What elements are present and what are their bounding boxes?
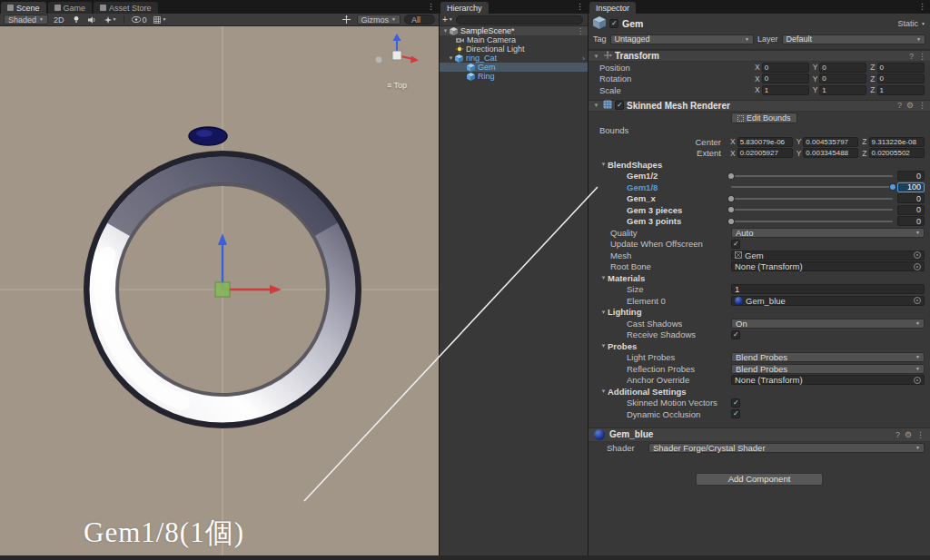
object-picker-icon[interactable] [914, 263, 921, 270]
object-picker-icon[interactable] [914, 251, 921, 259]
edit-bounds-button[interactable]: Edit Bounds [731, 113, 797, 123]
slider-knob[interactable] [728, 196, 734, 201]
scene-grid-dropdown[interactable]: ▼ [152, 15, 168, 25]
rotation-x-field[interactable]: 0 [762, 74, 809, 84]
blendshapes-foldout[interactable]: ▼ BlendShapes [589, 159, 930, 171]
presets-icon[interactable]: ⚙ [905, 430, 912, 439]
skinned-mesh-renderer-header[interactable]: ▼ Skinned Mesh Renderer ?⚙⋮ [589, 100, 930, 112]
slider-knob[interactable] [728, 219, 734, 224]
receive-shadows-checkbox[interactable] [731, 330, 740, 339]
add-component-button[interactable]: Add Component [696, 473, 823, 486]
materials-foldout[interactable]: ▼ Materials [589, 272, 930, 284]
scene-lighting-icon[interactable] [70, 15, 83, 25]
hierarchy-tab-menu-icon[interactable]: ⋮ [576, 2, 584, 12]
center-z-field[interactable]: 9.313226e-08 [869, 137, 925, 147]
blendshape-value-field[interactable]: 0 [897, 205, 925, 215]
blendshape-slider[interactable] [731, 193, 893, 203]
shading-mode-dropdown[interactable]: Shaded ▼ [4, 15, 48, 25]
toggle-2d-button[interactable]: 2D [52, 15, 66, 25]
blendshape-slider[interactable] [731, 171, 893, 181]
blendshape-slider[interactable] [731, 205, 893, 215]
element0-object-field[interactable]: Gem_blue [731, 296, 925, 306]
slider-knob[interactable] [728, 173, 734, 179]
scene-visibility-toggle[interactable]: 0 [130, 15, 148, 25]
shader-dropdown[interactable]: Shader Forge/Crystal Shader ▼ [648, 443, 925, 453]
quality-dropdown[interactable]: Auto▼ [731, 228, 925, 238]
static-dropdown[interactable]: Static ▼ [898, 19, 925, 28]
scene-audio-icon[interactable] [86, 15, 99, 25]
help-icon[interactable]: ? [909, 52, 914, 61]
scale-x-field[interactable]: 1 [762, 85, 809, 95]
blendshape-slider[interactable] [731, 182, 893, 192]
slider-knob[interactable] [728, 207, 734, 212]
scene-viewport[interactable]: ≡ Top Gem1/8(1個) [0, 26, 439, 555]
hierarchy-item-gem[interactable]: Gem [440, 63, 588, 72]
probes-foldout[interactable]: ▼ Probes [589, 340, 930, 352]
tab-asset-store[interactable]: Asset Store [94, 2, 158, 14]
context-menu-icon[interactable]: ⋮ [916, 430, 925, 439]
hierarchy-item-ring[interactable]: Ring [440, 72, 588, 81]
layer-dropdown[interactable]: Default ▼ [782, 34, 925, 44]
position-z-field[interactable]: 0 [877, 63, 925, 73]
foldout-open-icon[interactable]: ▼ [592, 103, 600, 108]
scene-search-input[interactable]: All [404, 15, 435, 25]
light-probes-dropdown[interactable]: Blend Probes▼ [731, 352, 925, 362]
orientation-gizmo[interactable]: ≡ Top [368, 32, 426, 90]
gizmos-dropdown[interactable]: Gizmos ▼ [357, 15, 401, 25]
tag-dropdown[interactable]: Untagged ▼ [610, 34, 754, 44]
tab-hierarchy[interactable]: Hierarchy [440, 2, 489, 14]
extent-z-field[interactable]: 0.02005502 [869, 148, 925, 158]
additional-settings-foldout[interactable]: ▼ Additional Settings [589, 386, 930, 398]
position-y-field[interactable]: 0 [819, 63, 866, 73]
tab-game[interactable]: Game [48, 2, 93, 14]
orientation-label[interactable]: ≡ Top [368, 81, 426, 90]
lighting-foldout[interactable]: ▼ Lighting [589, 307, 930, 319]
root-bone-object-field[interactable]: None (Transform) [731, 261, 925, 271]
gameobject-name[interactable]: Gem [622, 18, 643, 29]
material-header[interactable]: Gem_blue ?⚙⋮ [589, 427, 930, 442]
hierarchy-search-input[interactable] [456, 15, 583, 25]
hierarchy-item-main-camera[interactable]: Main Camera [440, 35, 588, 44]
position-x-field[interactable]: 0 [762, 63, 809, 73]
context-menu-icon[interactable]: ⋮ [918, 52, 926, 61]
create-object-button[interactable]: + ▼ [442, 15, 453, 25]
update-offscreen-checkbox[interactable] [731, 240, 740, 249]
scale-z-field[interactable]: 1 [877, 85, 925, 95]
mesh-object-field[interactable]: Gem [731, 251, 925, 260]
hierarchy-item-directional-light[interactable]: Directional Light [440, 44, 588, 54]
blendshape-value-field[interactable]: 0 [897, 193, 925, 203]
slider-knob[interactable] [890, 184, 895, 190]
scene-tools-icon[interactable] [341, 15, 353, 25]
reflection-probes-dropdown[interactable]: Blend Probes▼ [731, 364, 925, 374]
scene-header-row[interactable]: ▼ SampleScene* ⋮ [440, 26, 588, 35]
tab-inspector[interactable]: Inspector [589, 2, 636, 14]
object-picker-icon[interactable] [914, 297, 921, 304]
anchor-override-object-field[interactable]: None (Transform) [731, 375, 925, 385]
motion-vectors-checkbox[interactable] [731, 398, 740, 408]
materials-size-field[interactable]: 1 [731, 284, 925, 294]
tab-scene[interactable]: Scene [1, 2, 46, 14]
extent-y-field[interactable]: 0.003345488 [803, 148, 858, 158]
help-icon[interactable]: ? [895, 430, 900, 439]
hierarchy-item-ring-cat[interactable]: ▼ ring_Cat › [440, 54, 588, 63]
transform-component-header[interactable]: ▼ Transform ?⋮ [589, 50, 930, 62]
blendshape-value-field[interactable]: 0 [897, 216, 925, 226]
scale-y-field[interactable]: 1 [819, 85, 866, 95]
scene-effects-dropdown[interactable]: ▼ [103, 15, 119, 25]
inspector-tab-menu-icon[interactable]: ⋮ [918, 2, 926, 12]
object-picker-icon[interactable] [914, 377, 921, 384]
scene-tab-menu-icon[interactable]: ⋮ [427, 2, 435, 12]
help-icon[interactable]: ? [897, 101, 902, 110]
cast-shadows-dropdown[interactable]: On▼ [731, 319, 925, 329]
dynamic-occlusion-checkbox[interactable] [731, 409, 740, 418]
extent-x-field[interactable]: 0.02005927 [737, 148, 793, 158]
blendshape-value-field[interactable]: 100 [897, 182, 925, 192]
presets-icon[interactable]: ⚙ [906, 101, 914, 110]
component-enabled-checkbox[interactable] [615, 101, 624, 110]
center-x-field[interactable]: 5.830079e-06 [737, 137, 793, 147]
prefab-arrow-icon[interactable]: › [582, 54, 585, 63]
foldout-open-icon[interactable]: ▼ [441, 28, 450, 34]
active-checkbox[interactable] [609, 19, 618, 28]
foldout-open-icon[interactable]: ▼ [447, 55, 455, 61]
rotation-y-field[interactable]: 0 [819, 74, 866, 84]
